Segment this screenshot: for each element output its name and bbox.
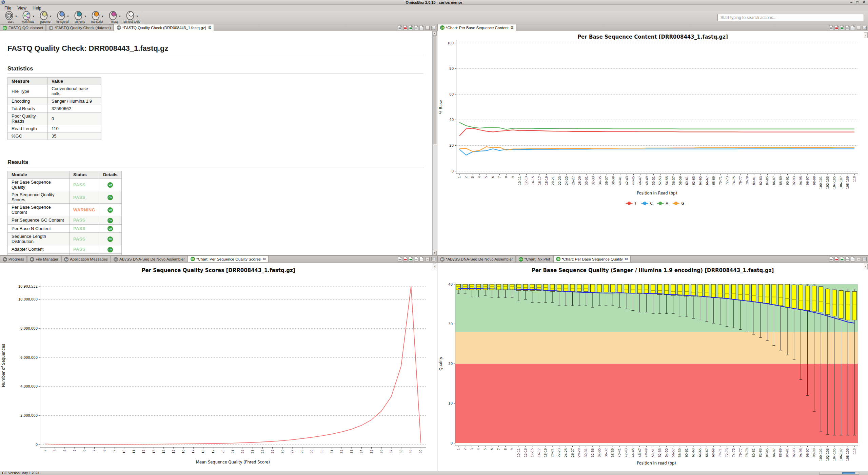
svg-text:70-71: 70-71	[718, 448, 722, 457]
tab-close-icon[interactable]: ⊠	[208, 25, 211, 30]
window-minimize-button[interactable]: –	[850, 0, 852, 5]
menu-help[interactable]: Help	[29, 5, 44, 11]
status-scrollbar-thumb[interactable]	[842, 472, 855, 474]
bottom-left-tab[interactable]: PrProgress	[0, 256, 27, 262]
toolbar-button-workflows[interactable]: ▼workflows	[19, 12, 37, 23]
dropdown-arrow-icon[interactable]: ▼	[101, 15, 104, 18]
minimize-panel-button[interactable]: –	[426, 26, 430, 30]
svg-text:62-63: 62-63	[692, 176, 695, 185]
details-chart-icon[interactable]: Ch	[107, 195, 113, 200]
export-image-icon[interactable]	[829, 25, 833, 30]
report-tab[interactable]: QcFASTQ QC: dataset	[0, 24, 46, 31]
bottom-right-tab[interactable]: Ch*Chart: Per Base Sequence Quality⊠	[553, 256, 631, 262]
toolbar-button-group: ▼start▼workflows▼genome browser▼function…	[0, 11, 142, 24]
menu-view[interactable]: View	[14, 5, 29, 11]
tab-close-icon[interactable]: ⊠	[511, 25, 514, 30]
maximize-panel-button[interactable]: □	[863, 26, 867, 30]
dropdown-arrow-icon[interactable]: ▼	[119, 15, 121, 18]
results-heading: Results	[7, 159, 423, 166]
export-excel-icon[interactable]	[840, 256, 844, 262]
report-tab[interactable]: Ht*FASTQ Quality Check (DRR008443_1.fast…	[114, 24, 214, 31]
svg-text:108-109: 108-109	[846, 448, 849, 461]
dropdown-arrow-icon[interactable]: ▼	[50, 15, 52, 18]
export-pdf-icon[interactable]	[403, 256, 408, 262]
toolbar-button-transcript-omics[interactable]: ▼transcript omics	[88, 12, 106, 26]
export-pdf-icon[interactable]	[834, 25, 839, 30]
dropdown-arrow-icon[interactable]: ▼	[84, 15, 87, 18]
svg-text:40: 40	[419, 450, 422, 454]
toolbar-button-functional-analysis[interactable]: ▼functional analysis	[54, 12, 71, 26]
svg-text:Per Base Sequence Content [DRR: Per Base Sequence Content [DRR008443_1.f…	[577, 34, 728, 40]
details-chart-icon[interactable]: Ch	[107, 226, 113, 231]
per-base-quality-chart: Per Base Sequence Quality (Sanger / Illu…	[437, 263, 868, 471]
details-chart-icon[interactable]: Ch	[107, 182, 113, 188]
details-chart-icon[interactable]: Ch	[107, 218, 113, 223]
window-close-button[interactable]: ✕	[863, 0, 865, 5]
export-excel-icon[interactable]	[840, 25, 844, 30]
export-image-icon[interactable]	[398, 256, 402, 262]
bottom-right-tab[interactable]: Ch*Chart: Nx Plot	[516, 256, 553, 262]
report-tab[interactable]: Ht*FASTQ Quality Check (dataset)	[46, 24, 114, 31]
details-chart-icon[interactable]: Ch	[107, 247, 113, 252]
toolbar-button-meta-genomics[interactable]: ▼meta genomics	[106, 12, 123, 26]
module-status: PASS	[70, 224, 99, 233]
copy-icon[interactable]	[851, 256, 855, 262]
scrollbar-thumb[interactable]	[433, 36, 436, 144]
menu-file[interactable]: File	[1, 5, 14, 11]
svg-text:72-73: 72-73	[725, 448, 729, 457]
svg-text:78-79: 78-79	[746, 176, 749, 185]
collapse-panel-button[interactable]: ‹	[864, 264, 868, 269]
svg-text:70-71: 70-71	[719, 176, 722, 185]
minimize-panel-button[interactable]: –	[857, 26, 861, 30]
export-excel-icon[interactable]	[409, 256, 413, 262]
toolbar-button-general-tools[interactable]: ▼general tools	[123, 12, 140, 23]
report-scrollbar[interactable]: ▲ ▼	[432, 31, 437, 255]
export-image-icon[interactable]	[398, 25, 402, 30]
dropdown-arrow-icon[interactable]: ▼	[67, 15, 70, 18]
minimize-panel-button[interactable]: –	[857, 257, 861, 261]
toolbar-button-start[interactable]: ▼start	[2, 12, 19, 23]
tab-type-icon: Ht	[117, 25, 121, 30]
bottom-left-tab[interactable]: ≡ABySS DNA-Seq De Novo Assembler	[111, 256, 188, 262]
content-chart-tab[interactable]: Ch*Chart: Per Base Sequence Content⊠	[437, 24, 516, 31]
bottom-left-tab[interactable]: Ch*Chart: Per Sequence Quality Scores⊠	[188, 256, 269, 262]
copy-icon[interactable]	[419, 256, 424, 262]
save-icon[interactable]	[845, 256, 850, 262]
maximize-panel-button[interactable]: □	[431, 26, 435, 30]
bottom-left-tab[interactable]: FiFile Manager	[27, 256, 61, 262]
tab-close-icon[interactable]: ⊠	[625, 257, 628, 261]
minimize-panel-button[interactable]: –	[426, 257, 430, 261]
svg-text:102-103: 102-103	[826, 176, 829, 189]
bottom-left-tab[interactable]: ApApplication Messages	[61, 256, 111, 262]
collapse-panel-button[interactable]: ‹	[864, 32, 868, 38]
dropdown-arrow-icon[interactable]: ▼	[136, 15, 139, 18]
scroll-up-button[interactable]: ▲	[433, 31, 437, 36]
export-excel-icon[interactable]	[409, 25, 413, 30]
export-pdf-icon[interactable]	[403, 25, 408, 30]
maximize-panel-button[interactable]: □	[863, 257, 867, 261]
export-pdf-icon[interactable]	[834, 256, 839, 262]
search-actions-input[interactable]	[717, 14, 864, 21]
toolbar-button-genome-analysis[interactable]: ▼genome analysis	[71, 12, 88, 26]
save-icon[interactable]	[414, 256, 418, 262]
details-chart-icon[interactable]: Ch	[107, 207, 113, 213]
details-chart-icon[interactable]: Ch	[107, 236, 113, 242]
copy-icon[interactable]	[851, 25, 855, 30]
dropdown-arrow-icon[interactable]: ▼	[32, 15, 35, 18]
toolbar-button-genome-browser[interactable]: ▼genome browser	[37, 12, 54, 26]
maximize-panel-button[interactable]: □	[431, 257, 435, 261]
tab-close-icon[interactable]: ⊠	[263, 257, 266, 261]
export-image-icon[interactable]	[829, 256, 833, 262]
dropdown-arrow-icon[interactable]: ▼	[15, 15, 18, 18]
copy-icon[interactable]	[419, 25, 424, 30]
save-icon[interactable]	[414, 25, 418, 30]
status-scrollbar[interactable]	[819, 472, 859, 475]
svg-text:66-67: 66-67	[706, 176, 709, 185]
collapse-panel-button[interactable]: ‹	[433, 264, 436, 269]
save-icon[interactable]	[845, 25, 850, 30]
scroll-down-button[interactable]: ▼	[433, 251, 437, 255]
tab-label: Application Messages	[70, 257, 108, 261]
bottom-right-tab[interactable]: Ht*ABySS DNA-Seq De Novo Assembler	[437, 256, 516, 262]
window-maximize-button[interactable]: □	[856, 0, 859, 5]
tab-label: ABySS DNA-Seq De Novo Assembler	[119, 257, 185, 261]
